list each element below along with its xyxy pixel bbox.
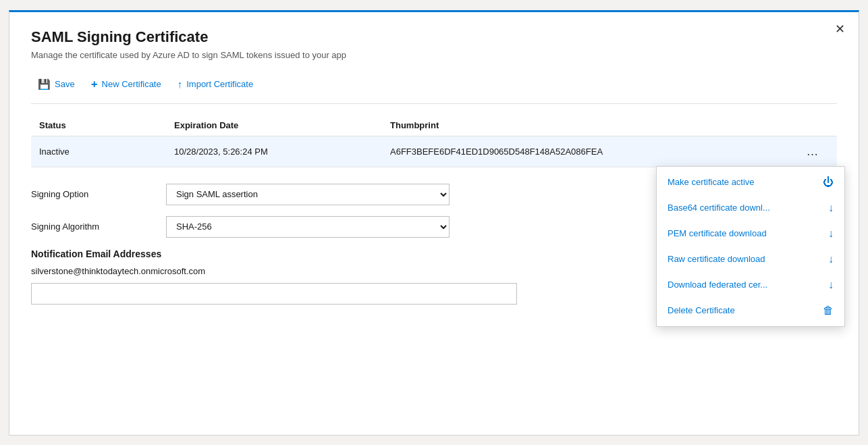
table-row[interactable]: Inactive 10/28/2023, 5:26:24 PM A6FF3BEF… [31, 136, 837, 167]
base64-label: Base64 certificate downl... [668, 203, 770, 213]
save-button[interactable]: 💾 Save [31, 74, 82, 95]
raw-label: Raw certificate download [668, 254, 765, 264]
download-icon-raw: ↓ [828, 253, 834, 265]
new-certificate-button[interactable]: + New Certificate [84, 74, 168, 95]
save-label: Save [55, 79, 75, 89]
col-header-thumbprint: Thumbprint [390, 120, 796, 130]
menu-item-delete[interactable]: Delete Certificate 🗑 [657, 298, 844, 323]
import-certificate-button[interactable]: ↑ Import Certificate [171, 74, 260, 94]
download-icon-base64: ↓ [828, 202, 834, 214]
federated-label: Download federated cer... [668, 280, 767, 290]
pem-label: PEM certificate download [668, 228, 767, 238]
make-active-label: Make certificate active [668, 177, 755, 187]
import-certificate-label: Import Certificate [186, 79, 253, 89]
cert-thumbprint: A6FF3BEFE6DF41ED1D9065D548F148A52A086FEA [390, 147, 796, 157]
plus-icon: + [91, 78, 98, 91]
download-icon-federated: ↓ [828, 279, 834, 291]
new-certificate-label: New Certificate [102, 79, 161, 89]
upload-icon: ↑ [178, 78, 183, 90]
col-header-status: Status [39, 120, 174, 130]
signing-algorithm-select[interactable]: SHA-256 [166, 216, 450, 238]
close-button[interactable]: ✕ [835, 23, 845, 35]
delete-label: Delete Certificate [668, 305, 735, 315]
download-icon-pem: ↓ [828, 228, 834, 240]
cert-status: Inactive [39, 147, 174, 157]
save-icon: 💾 [38, 78, 51, 90]
signing-option-select[interactable]: Sign SAML assertion [166, 184, 450, 205]
menu-item-pem-download[interactable]: PEM certificate download ↓ [657, 221, 844, 246]
more-options-button[interactable]: … [796, 143, 829, 160]
table-header: Status Expiration Date Thumbprint [31, 115, 837, 136]
trash-icon: 🗑 [823, 305, 834, 317]
menu-item-federated-download[interactable]: Download federated cer... ↓ [657, 272, 844, 298]
power-icon: ⏻ [823, 176, 834, 188]
signing-algorithm-label: Signing Algorithm [31, 221, 166, 232]
menu-item-raw-download[interactable]: Raw certificate download ↓ [657, 246, 844, 272]
menu-item-make-active[interactable]: Make certificate active ⏻ [657, 169, 844, 195]
col-header-actions [796, 120, 829, 130]
signing-option-label: Signing Option [31, 189, 166, 199]
saml-signing-certificate-panel: ✕ SAML Signing Certificate Manage the ce… [9, 10, 859, 436]
toolbar: 💾 Save + New Certificate ↑ Import Certif… [31, 74, 837, 104]
email-input[interactable] [31, 283, 517, 305]
menu-item-base64-download[interactable]: Base64 certificate downl... ↓ [657, 195, 844, 221]
panel-subtitle: Manage the certificate used by Azure AD … [31, 50, 837, 60]
col-header-expiration: Expiration Date [174, 120, 390, 130]
cert-expiration: 10/28/2023, 5:26:24 PM [174, 147, 390, 157]
panel-title: SAML Signing Certificate [31, 28, 837, 46]
context-menu: Make certificate active ⏻ Base64 certifi… [656, 166, 845, 327]
